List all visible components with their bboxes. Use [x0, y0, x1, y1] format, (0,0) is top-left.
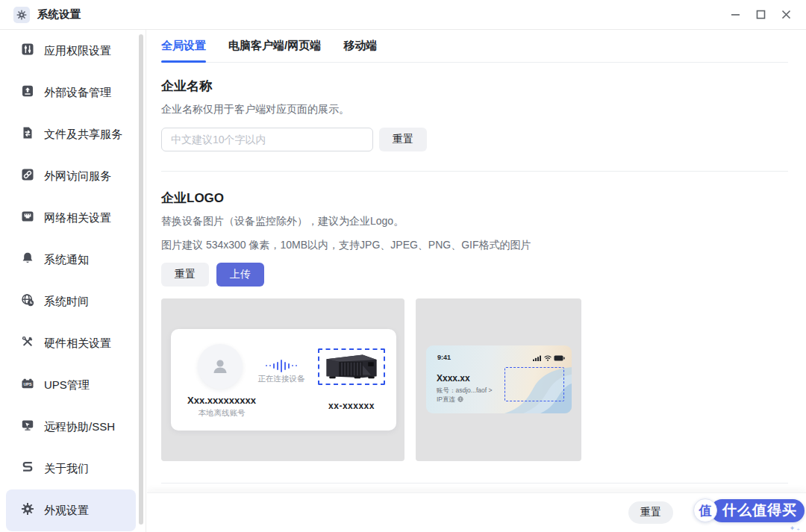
- tab-mobile[interactable]: 移动端: [343, 30, 377, 62]
- bell-icon: [21, 251, 34, 268]
- section-divider: [161, 171, 788, 172]
- enterprise-name-desc: 企业名称仅用于客户端对应页面的展示。: [161, 101, 788, 116]
- network-port-icon: [21, 210, 34, 226]
- footer-bar: 重置 值 什么值得买 ✦₊: [147, 492, 806, 532]
- connecting-wave-icon: [259, 357, 304, 374]
- enterprise-name-input[interactable]: [161, 128, 373, 151]
- logo-desc-line1: 替换设备图片（设备监控除外），建议为企业Logo。: [161, 213, 788, 228]
- sidebar-item-ups[interactable]: UPS UPS管理: [0, 364, 146, 406]
- sidebar-item-label: 远程协助/SSH: [44, 420, 115, 434]
- sidebar-item-label: 网络相关设置: [44, 211, 111, 225]
- section-divider: [161, 483, 788, 484]
- close-icon[interactable]: [776, 5, 796, 25]
- account-type-label: 本地离线账号: [171, 408, 272, 419]
- sidebar-item-file-sharing[interactable]: 文件及共享服务: [0, 113, 146, 155]
- smzdm-watermark-text: 什么值得买: [710, 499, 805, 522]
- tools-icon: [21, 335, 34, 351]
- globe-icon: [457, 396, 463, 404]
- footer-reset-button[interactable]: 重置: [628, 501, 673, 524]
- signal-icon: [533, 351, 542, 364]
- logo-reset-button[interactable]: 重置: [161, 263, 209, 287]
- sidebar-item-label: 系统时间: [44, 295, 89, 309]
- file-share-icon: [21, 126, 34, 143]
- desktop-preview-inner: Xxx.xxxxxxxxx 本地离线账号 正在连接设备: [171, 329, 396, 431]
- phone-ip-label: IP直连: [437, 395, 455, 404]
- maximize-icon[interactable]: [751, 5, 770, 25]
- sidebar-item-label: 应用权限设置: [44, 44, 111, 58]
- window-title: 系统设置: [37, 7, 81, 22]
- sidebar-item-appearance[interactable]: 外观设置: [6, 489, 136, 531]
- phone-time: 9:41: [437, 354, 451, 361]
- app-gear-icon: [13, 7, 30, 23]
- sidebar-item-network[interactable]: 网络相关设置: [0, 197, 146, 239]
- avatar: [198, 344, 243, 389]
- sidebar-item-notifications[interactable]: 系统通知: [0, 239, 146, 281]
- enterprise-name-reset-button[interactable]: 重置: [379, 128, 427, 151]
- enterprise-name-title: 企业名称: [161, 78, 788, 95]
- sidebar-item-external-devices[interactable]: 外部设备管理: [0, 72, 146, 113]
- external-device-icon: [21, 84, 34, 101]
- device-name: xx-xxxxxx: [310, 401, 393, 411]
- gear-icon: [21, 502, 34, 519]
- globe-clock-icon: [21, 293, 34, 310]
- sidebar-item-label: 关于我们: [44, 462, 89, 476]
- phone-account-name: Xxxx.xx: [437, 373, 470, 384]
- connecting-text: 正在连接设备: [244, 374, 319, 384]
- sidebar-item-remote-ssh[interactable]: 远程协助/SSH: [0, 406, 146, 448]
- sidebar-item-app-permissions[interactable]: 应用权限设置: [0, 30, 146, 72]
- title-bar: 系统设置: [0, 0, 806, 30]
- tab-global-settings[interactable]: 全局设置: [161, 30, 206, 62]
- nas-device-image: [322, 350, 381, 384]
- mobile-logo-placeholder-dashed-box: [504, 367, 564, 401]
- sidebar-item-label: 文件及共享服务: [44, 128, 122, 142]
- smzdm-watermark: 值 什么值得买: [693, 498, 805, 522]
- wifi-icon: [544, 351, 552, 364]
- sidebar-item-label: UPS管理: [44, 378, 90, 392]
- sparkle-decoration: ✦₊: [790, 525, 802, 532]
- sidebar-item-label: 外部设备管理: [44, 86, 111, 100]
- sliders-icon: [21, 43, 34, 59]
- logo-placeholder-dashed-box: [318, 348, 385, 385]
- tab-pc-web[interactable]: 电脑客户端/网页端: [228, 30, 321, 62]
- smzdm-badge-icon: 值: [693, 498, 717, 522]
- battery-icon: [554, 351, 565, 364]
- desktop-preview-card: Xxx.xxxxxxxxx 本地离线账号 正在连接设备: [161, 298, 404, 461]
- logo-desc-line2: 图片建议 534x300 像素，10MB以内，支持JPG、JPEG、PNG、GI…: [161, 237, 788, 252]
- remote-monitor-icon: [21, 419, 34, 435]
- sidebar-item-label: 外网访问服务: [44, 169, 111, 184]
- mobile-preview-card: 9:41 Xxxx.xx 账号：asdjo...faof > IP直连: [416, 298, 581, 461]
- sidebar-item-system-time[interactable]: 系统时间: [0, 281, 146, 322]
- logo-upload-button[interactable]: 上传: [216, 263, 264, 287]
- about-logo-icon: [21, 460, 34, 477]
- sidebar-item-label: 外观设置: [44, 504, 89, 518]
- minimize-icon[interactable]: [725, 5, 745, 25]
- mobile-preview-inner: 9:41 Xxxx.xx 账号：asdjo...faof > IP直连: [426, 345, 572, 413]
- phone-account-line: 账号：asdjo...faof >: [437, 387, 492, 395]
- sidebar-item-external-access[interactable]: 外网访问服务: [0, 155, 146, 197]
- logo-title: 企业LOGO: [161, 190, 788, 207]
- main-content: 全局设置 电脑客户端/网页端 移动端 企业名称 企业名称仅用于客户端对应页面的展…: [147, 30, 806, 532]
- sidebar-scrollbar[interactable]: [139, 34, 143, 525]
- settings-sidebar: 应用权限设置 外部设备管理 文件及共享服务 外网访问服务 网络相关设置 系统通知…: [0, 30, 146, 532]
- tab-bar: 全局设置 电脑客户端/网页端 移动端: [161, 30, 788, 63]
- sidebar-item-hardware[interactable]: 硬件相关设置: [0, 322, 146, 364]
- sidebar-item-about[interactable]: 关于我们: [0, 448, 146, 489]
- ups-battery-icon: UPS: [21, 377, 34, 393]
- sidebar-item-label: 硬件相关设置: [44, 337, 111, 351]
- account-name: Xxx.xxxxxxxxx: [171, 395, 272, 406]
- svg-text:UPS: UPS: [23, 382, 31, 387]
- sidebar-item-label: 系统通知: [44, 253, 89, 267]
- link-icon: [21, 168, 34, 184]
